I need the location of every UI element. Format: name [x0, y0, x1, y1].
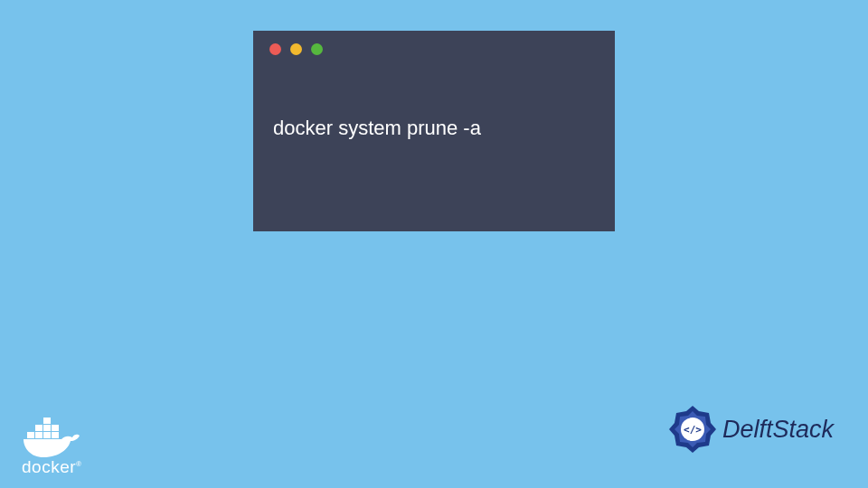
- window-titlebar: [253, 31, 615, 68]
- terminal-window: docker system prune -a: [253, 31, 615, 231]
- delftstack-logo-text: DelftStack: [722, 416, 834, 444]
- delftstack-logo: </> DelftStack: [666, 403, 834, 455]
- maximize-icon[interactable]: [311, 43, 323, 55]
- docker-logo: docker®: [22, 414, 92, 477]
- minimize-icon[interactable]: [290, 43, 302, 55]
- docker-whale-icon: [22, 414, 92, 459]
- svg-rect-3: [52, 432, 59, 438]
- svg-rect-7: [43, 418, 51, 424]
- close-icon[interactable]: [269, 43, 281, 55]
- trademark-icon: ®: [76, 460, 81, 468]
- svg-rect-4: [35, 425, 42, 431]
- svg-rect-2: [43, 432, 51, 438]
- svg-rect-5: [43, 425, 51, 431]
- delftstack-badge-icon: </>: [666, 403, 719, 455]
- svg-rect-0: [27, 432, 34, 438]
- svg-rect-1: [35, 432, 42, 438]
- docker-logo-text: docker®: [22, 457, 92, 477]
- terminal-command: docker system prune -a: [253, 68, 615, 140]
- docker-name: docker: [22, 457, 76, 476]
- svg-text:</>: </>: [684, 424, 702, 436]
- svg-rect-6: [52, 425, 59, 431]
